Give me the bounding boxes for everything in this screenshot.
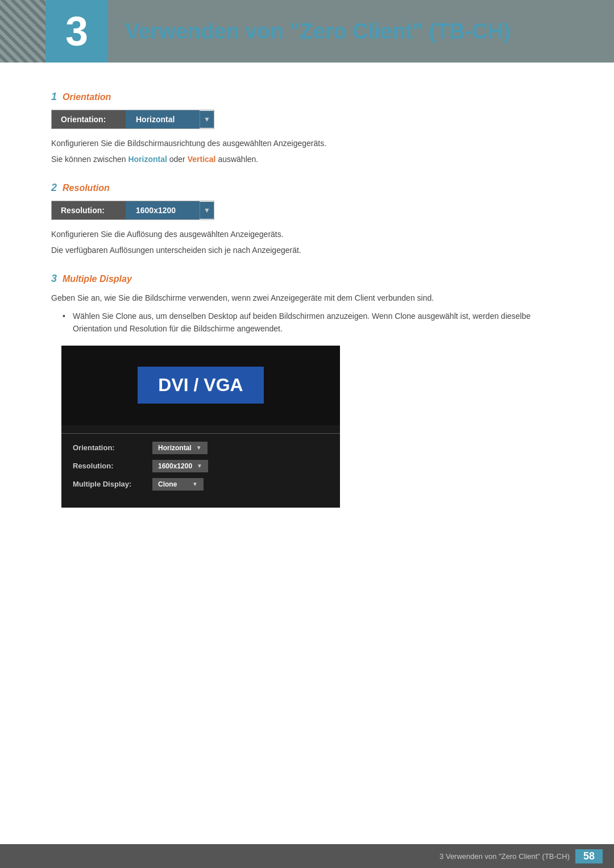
resolution-value: 1600x1200 <box>126 201 200 219</box>
orientation-dropdown-arrow[interactable]: ▼ <box>200 111 214 128</box>
multiple-display-desc1: Geben Sie an, wie Sie die Bildschirme ve… <box>51 292 563 304</box>
chapter-title: Verwenden von "Zero Client" (TB-CH) <box>125 19 511 44</box>
dvi-form-rows: Orientation: Horizontal ▼ Resolution: 16… <box>61 442 340 491</box>
dvi-orientation-value: Horizontal ▼ <box>152 442 208 454</box>
clone-bullet: Wählen Sie Clone aus, um denselben Deskt… <box>63 310 563 335</box>
dvi-divider <box>61 433 340 434</box>
dvi-orientation-arrow[interactable]: ▼ <box>196 445 202 451</box>
header-stripes <box>0 0 45 63</box>
section-3-number: 3 Multiple Display <box>51 273 563 285</box>
dvi-resolution-arrow[interactable]: ▼ <box>197 463 202 469</box>
resolution-desc1: Konfigurieren Sie die Auflösung des ausg… <box>51 228 563 240</box>
orientation-value: Horizontal <box>126 110 200 128</box>
section-1-title: Orientation <box>63 92 111 102</box>
dvi-multiple-display-value: Clone ▼ <box>152 478 204 491</box>
section-multiple-display: 3 Multiple Display Geben Sie an, wie Sie… <box>51 273 563 508</box>
dvi-resolution-value: 1600x1200 ▼ <box>152 460 208 472</box>
dvi-multiple-display-arrow[interactable]: ▼ <box>192 481 198 487</box>
section-1-number: 1 Orientation <box>51 91 563 103</box>
main-content: 1 Orientation Orientation: Horizontal ▼ … <box>0 63 614 569</box>
dvi-display: DVI / VGA <box>61 346 340 425</box>
section-resolution: 2 Resolution Resolution: 1600x1200 ▼ Kon… <box>51 182 563 257</box>
chapter-number-block: 3 <box>45 0 108 63</box>
dvi-multiple-display-label: Multiple Display: <box>73 480 152 488</box>
clone-hl2: Clone <box>395 312 416 321</box>
orientation-desc2: Sie können zwischen Horizontal oder Vert… <box>51 153 563 165</box>
dvi-orientation-row: Orientation: Horizontal ▼ <box>73 442 329 454</box>
dvi-resolution-row: Resolution: 1600x1200 ▼ <box>73 460 329 472</box>
multiple-display-bullets: Wählen Sie Clone aus, um denselben Deskt… <box>63 310 563 335</box>
dvi-orientation-label: Orientation: <box>73 443 152 452</box>
page-header: 3 Verwenden von "Zero Client" (TB-CH) <box>0 0 614 63</box>
footer-page-number: 58 <box>575 849 603 863</box>
chapter-number: 3 <box>65 11 88 52</box>
resolution-label: Resolution: <box>52 201 126 219</box>
section-3-title: Multiple Display <box>63 274 132 284</box>
section-2-number: 2 Resolution <box>51 182 563 194</box>
dvi-resolution-label: Resolution: <box>73 462 152 470</box>
clone-hl1: Clone <box>115 312 136 321</box>
orientation-label: Orientation: <box>52 110 126 128</box>
resolution-ui-row: Resolution: 1600x1200 ▼ <box>51 201 214 220</box>
footer-text: 3 Verwenden von "Zero Client" (TB-CH) <box>439 852 570 861</box>
dvi-multiple-display-row: Multiple Display: Clone ▼ <box>73 478 329 491</box>
section-orientation: 1 Orientation Orientation: Horizontal ▼ … <box>51 91 563 166</box>
dvi-label: DVI / VGA <box>138 367 263 404</box>
resolution-dropdown-arrow[interactable]: ▼ <box>200 202 214 219</box>
resolution-hl: Resolution <box>130 324 167 333</box>
section-2-title: Resolution <box>63 183 110 193</box>
orientation-desc1: Konfigurieren Sie die Bildschirmausricht… <box>51 137 563 149</box>
orientation-ui-row: Orientation: Horizontal ▼ <box>51 110 214 129</box>
resolution-desc2: Die verfügbaren Auflösungen unterscheide… <box>51 244 563 256</box>
dvi-vga-panel: DVI / VGA Orientation: Horizontal ▼ Reso… <box>61 346 340 508</box>
page-footer: 3 Verwenden von "Zero Client" (TB-CH) 58 <box>0 844 614 868</box>
orientation-hl: Orientation <box>73 324 111 333</box>
